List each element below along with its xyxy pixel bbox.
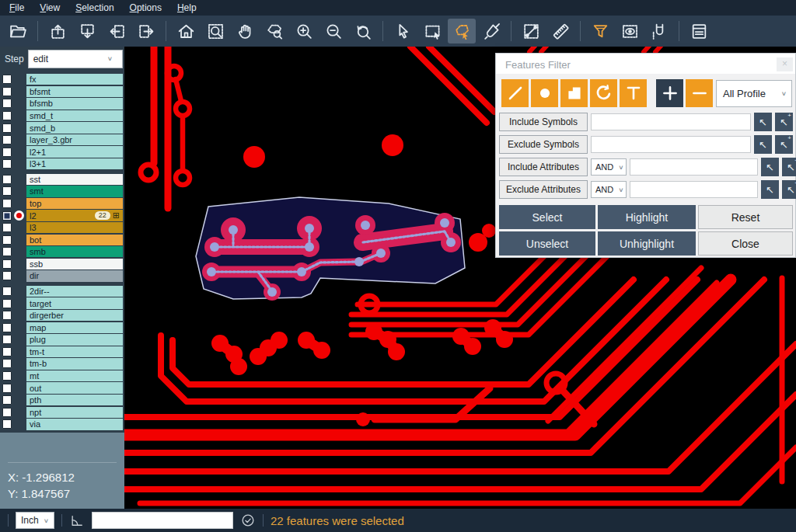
layer-checkbox-pth[interactable] [2,395,12,405]
layer-cell-l3[interactable]: l3 [26,222,123,233]
exclude-symbols-input[interactable] [591,136,751,153]
layer-cell-dirgerber[interactable]: dirgerber [26,310,123,321]
layer-checkbox-out[interactable] [2,384,12,393]
layer-cell-bot[interactable]: bot [26,235,123,245]
menu-help[interactable]: Help [169,0,204,16]
unhighlight-button[interactable]: Unhighlight [598,231,696,256]
layer-checkbox-l2[interactable] [2,211,12,221]
layer-cell-top[interactable]: top [26,198,123,209]
include-symbols-button[interactable]: Include Symbols [499,113,588,131]
layer-checkbox-via[interactable] [2,419,12,429]
layer-cell-smb[interactable]: smb [26,246,123,257]
close-button[interactable]: Close [698,231,793,256]
layer-cell-2dir--[interactable]: 2dir-- [26,286,123,297]
layer-checkbox-top[interactable] [2,199,12,208]
layer-cell-l2+1[interactable]: l2+1 [26,146,123,157]
layer-checkbox-dirgerber[interactable] [2,311,12,320]
corner-angle-icon[interactable] [69,513,85,528]
layer-cell-smd_t[interactable]: smd_t [26,110,123,121]
layer-checkbox-bfsmt[interactable] [2,87,12,96]
layer-checkbox-plug[interactable] [2,335,12,344]
include-attributes-logic-select[interactable]: AND∨ [591,158,627,176]
layer-cell-smd_b[interactable]: smd_b [26,122,123,133]
layer-cell-map[interactable]: map [26,322,123,333]
pan-up-button[interactable] [44,19,72,43]
layer-cell-sst[interactable]: sst [26,174,123,185]
layer-checkbox-mt[interactable] [2,371,12,381]
layer-checkbox-npt[interactable] [2,408,12,417]
layer-cell-plug[interactable]: plug [26,334,123,345]
layer-cell-l2[interactable]: l222⊞ [26,210,123,221]
layer-cell-layer_3.gbr[interactable]: layer_3.gbr [26,134,123,145]
features-filter-button[interactable] [586,19,614,43]
positive-polarity-button[interactable] [656,79,683,107]
layer-checkbox-layer_3.gbr[interactable] [2,135,12,144]
include-symbols-pick-add-button[interactable]: ↖+ [775,113,793,131]
layer-cell-dir[interactable]: dir [26,270,123,281]
include-attributes-input[interactable] [630,158,758,176]
zoom-in-button[interactable] [290,19,318,43]
menu-options[interactable]: Options [122,0,169,16]
layer-checkbox-sst[interactable] [2,175,12,184]
layer-cell-ssb[interactable]: ssb [26,259,123,269]
include-attributes-pick-add-button[interactable]: ↖+ [782,158,796,176]
layer-cell-smt[interactable]: smt [26,186,123,196]
arc-type-button[interactable] [590,79,617,107]
layer-checkbox-l3+1[interactable] [2,159,12,169]
layer-checkbox-l3[interactable] [2,223,12,232]
pad-type-button[interactable] [531,79,558,107]
pan-down-button[interactable] [73,19,101,43]
exclude-symbols-pick-add-button[interactable]: ↖+ [775,135,793,154]
step-select[interactable]: edit ∨ [28,50,123,68]
profile-select[interactable]: All Profile∨ [716,80,792,107]
layer-cell-bfsmt[interactable]: bfsmt [26,86,123,97]
measure-points-button[interactable] [517,19,545,43]
snap-mode-button[interactable] [645,19,673,43]
exclude-attributes-pick-button[interactable]: ↖ [761,180,779,199]
highlight-button[interactable]: Highlight [598,205,696,229]
pan-right-button[interactable] [132,19,160,43]
layer-checkbox-tm-b[interactable] [2,359,12,368]
layer-checkbox-bfsmb[interactable] [2,99,12,108]
layer-checkbox-ssb[interactable] [2,259,12,269]
include-symbols-pick-button[interactable]: ↖ [754,113,772,131]
sync-check-icon[interactable] [240,513,256,528]
close-icon[interactable]: × [777,57,793,71]
command-input[interactable] [92,512,233,529]
units-select[interactable]: Inch ∨ [16,512,54,529]
select-polygon-button[interactable] [448,19,476,43]
home-view-button[interactable] [172,19,200,43]
layer-cell-pth[interactable]: pth [26,395,123,405]
negative-polarity-button[interactable] [686,79,713,107]
select-rectangle-button[interactable] [418,19,446,43]
exclude-attributes-logic-select[interactable]: AND∨ [591,181,627,198]
layer-cell-l3+1[interactable]: l3+1 [26,158,123,169]
layer-cell-tm-b[interactable]: tm-b [26,358,123,369]
layer-checkbox-l2+1[interactable] [2,148,12,157]
line-type-button[interactable] [501,79,529,107]
layer-cell-out[interactable]: out [26,382,123,393]
layer-checkbox-2dir--[interactable] [2,287,12,296]
layers-panel-button[interactable] [685,19,713,43]
select-cursor-button[interactable] [389,19,417,43]
layer-cell-npt[interactable]: npt [26,407,123,418]
layer-checkbox-tm-t[interactable] [2,347,12,356]
layer-checkbox-bot[interactable] [2,235,12,245]
include-attributes-pick-button[interactable]: ↖ [761,158,779,176]
exclude-attributes-input[interactable] [630,181,758,198]
layer-checkbox-map[interactable] [2,323,12,332]
exclude-attributes-button[interactable]: Exclude Attributes [499,180,588,199]
layer-checkbox-target[interactable] [2,299,12,308]
layer-cell-tm-t[interactable]: tm-t [26,346,123,357]
layer-cell-via[interactable]: via [26,419,123,429]
zoom-area-button[interactable] [201,19,229,43]
exclude-symbols-pick-button[interactable]: ↖ [754,135,772,154]
exclude-symbols-button[interactable]: Exclude Symbols [499,135,588,154]
text-type-button[interactable] [620,79,647,107]
include-symbols-input[interactable] [591,113,751,130]
layer-checkbox-smd_b[interactable] [2,123,12,133]
menu-file[interactable]: File [2,0,32,16]
layer-checkbox-smt[interactable] [2,186,12,196]
layer-cell-fx[interactable]: fx [26,74,123,85]
surface-type-button[interactable] [560,79,588,107]
